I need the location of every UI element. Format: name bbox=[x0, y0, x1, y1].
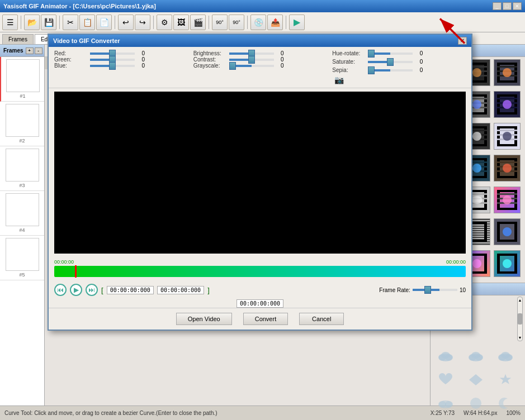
time-display-3: 00:00:00:000 bbox=[237, 299, 283, 308]
red-slider[interactable] bbox=[90, 52, 135, 55]
player-controls: ⏮ ▶ ⏭ [ 00:00:00:000 00:00:00:000 ] Fram… bbox=[49, 281, 471, 298]
brightness-slider[interactable] bbox=[229, 52, 274, 55]
saturate-control: Saturate: 0 bbox=[332, 59, 466, 65]
blue-slider[interactable] bbox=[90, 65, 135, 67]
frame-rate-label: Frame Rate: bbox=[379, 287, 410, 293]
hue-rotate-slider-container: 0 bbox=[368, 50, 466, 56]
play-pause-button[interactable]: ▶ bbox=[70, 284, 82, 296]
brightness-value: 0 bbox=[275, 50, 284, 56]
frame-rate-value: 10 bbox=[460, 287, 466, 293]
cancel-button[interactable]: Cancel bbox=[299, 313, 344, 325]
hue-rotate-value: 0 bbox=[414, 50, 423, 56]
timeline-start-label: 00:00:00 bbox=[54, 259, 74, 265]
video-preview bbox=[54, 92, 466, 254]
controls-col3: Hue-rotate: 0 Saturate: 0 Sepia: bbox=[332, 50, 466, 84]
fast-forward-button[interactable]: ⏭ bbox=[86, 284, 98, 296]
green-slider[interactable] bbox=[90, 59, 135, 61]
sepia-value: 0 bbox=[414, 67, 423, 73]
frame-rate-section: Frame Rate: 10 bbox=[379, 287, 466, 293]
camera-icon: 📷 bbox=[334, 75, 466, 84]
green-value: 0 bbox=[136, 56, 145, 63]
sepia-label: Sepia: bbox=[332, 67, 366, 73]
contrast-value: 0 bbox=[275, 56, 284, 63]
grayscale-slider-container: 0 bbox=[229, 63, 327, 69]
red-value: 0 bbox=[136, 50, 145, 56]
grayscale-label: Grayscale: bbox=[193, 63, 227, 69]
timeline-bar[interactable] bbox=[54, 266, 466, 277]
open-video-button[interactable]: Open Video bbox=[176, 313, 232, 325]
grayscale-value: 0 bbox=[275, 63, 284, 69]
frame-rate-slider[interactable] bbox=[413, 289, 457, 291]
dialog-title-bar: Video to GIF Converter ✕ bbox=[49, 35, 471, 47]
saturate-slider[interactable] bbox=[368, 61, 413, 63]
blue-slider-container: 0 bbox=[90, 63, 188, 69]
bracket-close: ] bbox=[207, 286, 210, 294]
sepia-control: Sepia: 0 bbox=[332, 67, 466, 73]
time-row2: 00:00:00:000 bbox=[49, 299, 471, 308]
dialog-overlay: Video to GIF Converter ✕ Red: 0 Green: bbox=[0, 0, 525, 420]
red-label: Red: bbox=[54, 50, 88, 56]
saturate-label: Saturate: bbox=[332, 59, 366, 65]
bracket-open: [ bbox=[101, 286, 103, 294]
hue-rotate-label: Hue-rotate: bbox=[332, 50, 366, 56]
dialog-title-text: Video to GIF Converter bbox=[53, 37, 120, 44]
timeline-area: 00:00:00 00:00:00 bbox=[49, 257, 471, 281]
sepia-slider-container: 0 bbox=[368, 67, 466, 73]
brightness-label: Brightness: bbox=[193, 50, 227, 56]
sepia-slider[interactable] bbox=[368, 69, 413, 71]
time-display-1: 00:00:00:000 bbox=[107, 286, 154, 294]
controls-col2: Brightness: 0 Contrast: 0 Grayscale: bbox=[193, 50, 327, 84]
blue-control: Blue: 0 bbox=[54, 63, 188, 69]
dialog-buttons: Open Video Convert Cancel bbox=[49, 308, 471, 330]
timeline-end-label: 00:00:00 bbox=[446, 259, 466, 265]
timeline-labels: 00:00:00 00:00:00 bbox=[54, 259, 466, 265]
hue-rotate-slider[interactable] bbox=[368, 52, 413, 55]
grayscale-control: Grayscale: 0 bbox=[193, 63, 327, 69]
blue-label: Blue: bbox=[54, 63, 88, 69]
rewind-button[interactable]: ⏮ bbox=[54, 284, 67, 296]
hue-rotate-control: Hue-rotate: 0 bbox=[332, 50, 466, 56]
dialog-controls: Red: 0 Green: 0 Blue: bbox=[49, 47, 471, 88]
saturate-value: 0 bbox=[414, 59, 423, 65]
time-display-2: 00:00:00:000 bbox=[157, 286, 204, 294]
controls-col1: Red: 0 Green: 0 Blue: bbox=[54, 50, 188, 84]
contrast-label: Contrast: bbox=[193, 56, 227, 63]
dialog-close-button[interactable]: ✕ bbox=[458, 37, 467, 45]
timeline-thumb[interactable] bbox=[75, 265, 77, 278]
saturate-slider-container: 0 bbox=[368, 59, 466, 65]
convert-button[interactable]: Convert bbox=[243, 313, 288, 325]
video-to-gif-dialog: Video to GIF Converter ✕ Red: 0 Green: bbox=[48, 34, 472, 331]
blue-value: 0 bbox=[136, 63, 145, 69]
green-label: Green: bbox=[54, 56, 88, 63]
grayscale-slider[interactable] bbox=[229, 65, 274, 67]
contrast-slider[interactable] bbox=[229, 59, 274, 61]
